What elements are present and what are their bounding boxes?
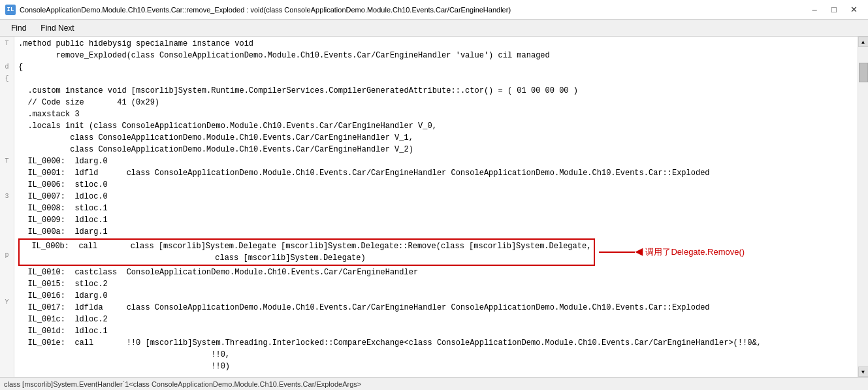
gutter-line [0,144,14,155]
app-icon: IL [5,5,16,15]
status-text: class [mscorlib]System.EventHandler`1<cl… [4,380,361,388]
highlighted-line-2: class [mscorlib]System.Delegate) [22,252,591,264]
gutter-line [0,167,14,179]
status-bar: class [mscorlib]System.EventHandler`1<cl… [0,377,868,390]
annotation-arrow: ◀ 调用了Delegate.Remove() [599,246,745,259]
gutter-line: { [0,73,14,85]
gutter-line [0,308,14,320]
annotation-text: 调用了Delegate.Remove() [645,246,745,258]
code-line: IL_0006: stloc.0 [14,179,858,191]
gutter-line: T [0,38,14,50]
close-button[interactable]: ✕ [844,3,863,16]
gutter-line [0,355,14,367]
gutter-line [0,132,14,144]
code-line: // Code size 41 (0x29) [14,97,858,108]
main-content: T d { T 3 p Y .method public hidebysig s… [0,37,868,377]
code-line: IL_001c: ldloc.2 [14,314,858,325]
code-line: .custom instance void [mscorlib]System.R… [14,85,858,97]
gutter-line [0,344,14,355]
gutter-line [0,203,14,214]
scroll-track[interactable] [858,47,868,366]
scroll-down-button[interactable]: ▼ [858,366,869,377]
gutter-line [0,97,14,108]
scroll-up-button[interactable]: ▲ [858,37,869,47]
gutter-line [0,273,14,285]
gutter-line [0,261,14,273]
code-line: IL_001e: call !!0 [mscorlib]System.Threa… [14,337,858,349]
code-line: .locals init (class ConsoleApplicationDe… [14,120,858,132]
menu-find[interactable]: Find [5,22,32,35]
code-line: IL_0007: ldloc.0 [14,191,858,203]
line-gutter: T d { T 3 p Y [0,37,14,377]
code-line: IL_0008: stloc.1 [14,203,858,214]
gutter-line [0,285,14,297]
code-line: class ConsoleApplicationDemo.Module.Ch10… [14,144,858,155]
menu-bar: Find Find Next [0,20,868,37]
minimize-button[interactable]: – [805,3,824,16]
title-text: ConsoleApplicationDemo.Module.Ch10.Event… [20,6,511,14]
gutter-line [0,50,14,61]
code-line: IL_0001: ldfld class ConsoleApplicationD… [14,167,858,179]
code-line: !!0, [14,349,858,361]
code-line: IL_0009: ldloc.1 [14,214,858,226]
gutter-line: d [0,61,14,73]
gutter-line [0,226,14,238]
vertical-scrollbar[interactable]: ▲ ▼ [858,37,868,377]
code-line: IL_0000: ldarg.0 [14,155,858,167]
gutter-line [0,332,14,344]
gutter-line [0,85,14,97]
highlighted-region: IL_000b: call class [mscorlib]System.Del… [14,238,858,267]
code-line: IL_0010: castclass ConsoleApplicationDem… [14,267,858,278]
code-line: IL_0016: ldarg.0 [14,290,858,302]
code-line: IL_000a: ldarg.1 [14,226,858,238]
code-line: IL_001d: ldloc.1 [14,325,858,337]
scroll-thumb[interactable] [859,63,868,82]
code-line: { [14,61,858,73]
gutter-line [0,238,14,250]
code-line: IL_0017: ldflda class ConsoleApplication… [14,302,858,314]
arrow-line [599,252,635,253]
code-line: !!0) [14,361,858,372]
highlighted-line-1: IL_000b: call class [mscorlib]System.Del… [22,240,591,252]
code-line: IL_0015: stloc.2 [14,278,858,290]
code-area: .method public hidebysig specialname ins… [14,37,858,377]
gutter-line: p [0,250,14,261]
gutter-line [0,120,14,132]
gutter-line: T [0,155,14,167]
maximize-button[interactable]: □ [825,3,843,16]
gutter-line [0,320,14,332]
gutter-line [0,108,14,120]
code-line: class ConsoleApplicationDemo.Module.Ch10… [14,132,858,144]
arrow-head-icon: ◀ [635,246,643,259]
code-line: .method public hidebysig specialname ins… [14,38,858,50]
code-line: .maxstack 3 [14,108,858,120]
title-bar: IL ConsoleApplicationDemo.Module.Ch10.Ev… [0,0,868,20]
gutter-line: 3 [0,191,14,203]
gutter-line [0,179,14,191]
code-line: remove_Exploded(class ConsoleApplication… [14,50,858,61]
title-controls: – □ ✕ [805,3,863,16]
menu-find-next[interactable]: Find Next [35,22,80,35]
gutter-line: Y [0,297,14,308]
gutter-line [0,214,14,226]
code-line [14,73,858,85]
